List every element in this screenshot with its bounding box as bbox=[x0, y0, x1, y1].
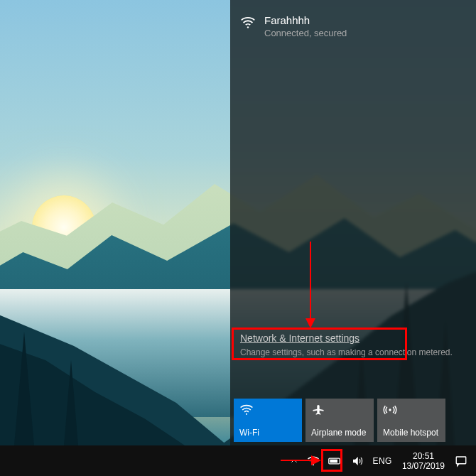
language-label: ENG bbox=[372, 456, 392, 466]
svg-point-2 bbox=[389, 409, 391, 411]
tray-action-center-button[interactable] bbox=[450, 445, 472, 476]
network-settings-block: Network & Internet settings Change setti… bbox=[240, 331, 466, 358]
chevron-up-icon bbox=[290, 457, 298, 465]
wifi-icon bbox=[240, 15, 256, 31]
tile-label: Mobile hotspot bbox=[383, 428, 440, 438]
wifi-icon bbox=[239, 403, 296, 417]
action-center-icon bbox=[455, 455, 467, 467]
network-settings-description: Change settings, such as making a connec… bbox=[240, 347, 466, 358]
system-tray: ENG 20:51 13/07/2019 bbox=[286, 445, 472, 476]
airplane-icon bbox=[311, 403, 368, 417]
tray-volume-button[interactable] bbox=[347, 445, 368, 476]
tile-label: Airplane mode bbox=[311, 428, 368, 438]
taskbar: ENG 20:51 13/07/2019 bbox=[0, 445, 476, 476]
volume-icon bbox=[351, 455, 364, 467]
svg-rect-6 bbox=[330, 459, 338, 463]
tray-battery-button[interactable] bbox=[324, 445, 347, 476]
tile-mobile-hotspot[interactable]: Mobile hotspot bbox=[377, 399, 445, 442]
svg-point-0 bbox=[247, 26, 249, 28]
tray-wifi-button[interactable] bbox=[303, 445, 324, 476]
tray-clock-button[interactable]: 20:51 13/07/2019 bbox=[396, 445, 450, 476]
svg-rect-5 bbox=[340, 460, 342, 462]
svg-point-3 bbox=[313, 464, 314, 465]
hotspot-icon bbox=[383, 403, 440, 417]
clock-time: 20:51 bbox=[413, 451, 434, 461]
current-network-status: Connected, secured bbox=[264, 28, 347, 38]
svg-point-1 bbox=[246, 413, 247, 415]
tray-overflow-button[interactable] bbox=[286, 445, 303, 476]
current-network-name: Farahhhh bbox=[264, 13, 347, 27]
tray-language-button[interactable]: ENG bbox=[368, 445, 396, 476]
current-network-row[interactable]: Farahhhh Connected, secured bbox=[230, 0, 476, 47]
network-flyout: Farahhhh Connected, secured Network & In… bbox=[230, 0, 476, 445]
tile-wifi[interactable]: Wi-Fi bbox=[234, 399, 302, 442]
wifi-icon bbox=[307, 455, 320, 467]
clock-date: 13/07/2019 bbox=[402, 461, 445, 471]
tile-label: Wi-Fi bbox=[239, 428, 296, 438]
battery-icon bbox=[328, 456, 342, 466]
network-settings-link[interactable]: Network & Internet settings bbox=[240, 331, 359, 345]
tile-airplane-mode[interactable]: Airplane mode bbox=[305, 399, 374, 442]
svg-rect-7 bbox=[456, 457, 466, 464]
quick-action-tiles: Wi-Fi Airplane mode Mobile hotspot bbox=[234, 399, 445, 442]
